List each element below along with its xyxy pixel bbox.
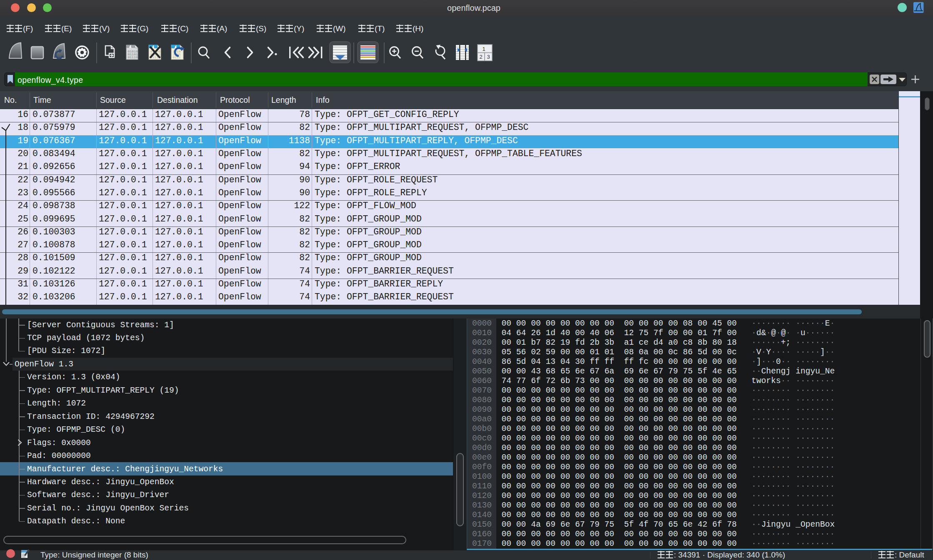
- svg-text:3: 3: [487, 54, 490, 60]
- svg-text:1: 1: [482, 46, 485, 52]
- svg-text:2: 2: [479, 54, 482, 60]
- svg-text:01110: 01110: [128, 55, 138, 59]
